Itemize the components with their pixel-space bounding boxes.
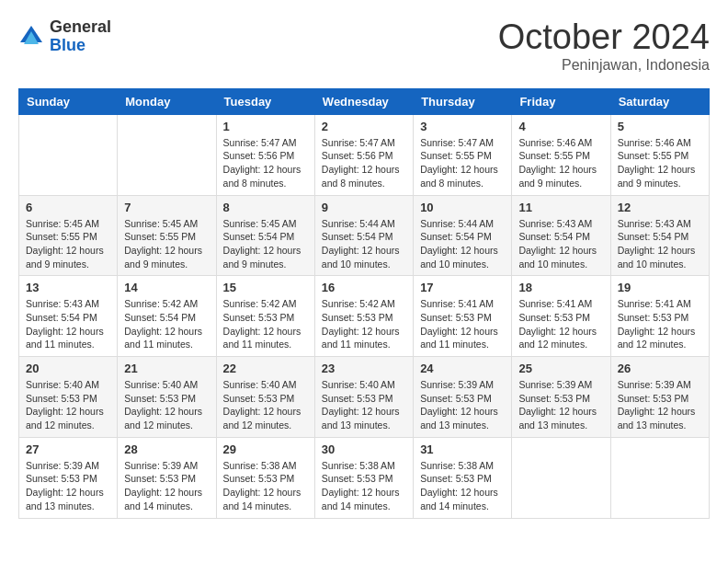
calendar-cell: 27Sunrise: 5:39 AM Sunset: 5:53 PM Dayli… [19,437,118,518]
day-number: 12 [618,201,702,214]
cell-content: Sunrise: 5:43 AM Sunset: 5:54 PM Dayligh… [518,217,603,271]
calendar-cell: 16Sunrise: 5:42 AM Sunset: 5:53 PM Dayli… [314,276,413,357]
month-title: October 2024 [498,18,710,57]
day-number: 26 [618,362,702,375]
day-number: 31 [420,442,505,456]
calendar-cell: 28Sunrise: 5:39 AM Sunset: 5:53 PM Dayli… [118,437,216,518]
day-number: 11 [518,201,603,214]
calendar-cell: 24Sunrise: 5:39 AM Sunset: 5:53 PM Dayli… [414,357,512,438]
day-number: 15 [223,281,308,294]
day-number: 25 [518,362,603,375]
cell-content: Sunrise: 5:44 AM Sunset: 5:54 PM Dayligh… [420,217,505,271]
calendar-cell: 12Sunrise: 5:43 AM Sunset: 5:54 PM Dayli… [610,195,709,276]
column-header-thursday: Thursday [414,88,512,114]
day-number: 13 [26,281,110,294]
day-number: 9 [322,201,406,214]
day-number: 20 [26,362,110,375]
day-number: 7 [124,201,209,214]
cell-content: Sunrise: 5:40 AM Sunset: 5:53 PM Dayligh… [124,378,209,432]
logo-text: General Blue [50,18,111,55]
calendar-cell: 14Sunrise: 5:42 AM Sunset: 5:54 PM Dayli… [118,276,216,357]
cell-content: Sunrise: 5:46 AM Sunset: 5:55 PM Dayligh… [518,136,603,190]
cell-content: Sunrise: 5:42 AM Sunset: 5:53 PM Dayligh… [322,297,406,351]
cell-content: Sunrise: 5:46 AM Sunset: 5:55 PM Dayligh… [618,136,702,190]
day-number: 14 [124,281,209,294]
calendar-cell: 17Sunrise: 5:41 AM Sunset: 5:53 PM Dayli… [414,276,512,357]
day-number: 18 [518,281,603,294]
day-number: 17 [420,281,505,294]
cell-content: Sunrise: 5:41 AM Sunset: 5:53 PM Dayligh… [420,297,505,351]
cell-content: Sunrise: 5:45 AM Sunset: 5:54 PM Dayligh… [223,217,308,271]
calendar-cell: 9Sunrise: 5:44 AM Sunset: 5:54 PM Daylig… [314,195,413,276]
day-number: 3 [420,120,505,133]
day-number: 30 [322,442,406,456]
day-number: 8 [223,201,308,214]
day-number: 4 [518,120,603,133]
cell-content: Sunrise: 5:44 AM Sunset: 5:54 PM Dayligh… [322,217,406,271]
calendar-cell [610,437,709,518]
calendar-cell: 13Sunrise: 5:43 AM Sunset: 5:54 PM Dayli… [19,276,118,357]
cell-content: Sunrise: 5:38 AM Sunset: 5:53 PM Dayligh… [420,459,505,513]
calendar-cell: 3Sunrise: 5:47 AM Sunset: 5:55 PM Daylig… [414,114,512,195]
calendar-cell: 15Sunrise: 5:42 AM Sunset: 5:53 PM Dayli… [216,276,314,357]
calendar-cell: 23Sunrise: 5:40 AM Sunset: 5:53 PM Dayli… [314,357,413,438]
cell-content: Sunrise: 5:39 AM Sunset: 5:53 PM Dayligh… [518,378,603,432]
calendar-cell: 10Sunrise: 5:44 AM Sunset: 5:54 PM Dayli… [414,195,512,276]
day-number: 2 [322,120,406,133]
calendar-header-row: SundayMondayTuesdayWednesdayThursdayFrid… [19,88,710,114]
day-number: 27 [26,442,110,456]
day-number: 24 [420,362,505,375]
cell-content: Sunrise: 5:39 AM Sunset: 5:53 PM Dayligh… [26,459,110,513]
calendar-cell [118,114,216,195]
calendar-cell: 31Sunrise: 5:38 AM Sunset: 5:53 PM Dayli… [414,437,512,518]
cell-content: Sunrise: 5:38 AM Sunset: 5:53 PM Dayligh… [223,459,308,513]
day-number: 19 [618,281,702,294]
day-number: 22 [223,362,308,375]
calendar-cell: 4Sunrise: 5:46 AM Sunset: 5:55 PM Daylig… [512,114,610,195]
calendar-cell: 20Sunrise: 5:40 AM Sunset: 5:53 PM Dayli… [19,357,118,438]
cell-content: Sunrise: 5:40 AM Sunset: 5:53 PM Dayligh… [322,378,406,432]
calendar-cell: 30Sunrise: 5:38 AM Sunset: 5:53 PM Dayli… [314,437,413,518]
logo-icon [18,24,44,50]
calendar-cell: 1Sunrise: 5:47 AM Sunset: 5:56 PM Daylig… [216,114,314,195]
cell-content: Sunrise: 5:40 AM Sunset: 5:53 PM Dayligh… [26,378,110,432]
calendar-week-row: 20Sunrise: 5:40 AM Sunset: 5:53 PM Dayli… [19,357,710,438]
calendar-cell: 7Sunrise: 5:45 AM Sunset: 5:55 PM Daylig… [118,195,216,276]
cell-content: Sunrise: 5:45 AM Sunset: 5:55 PM Dayligh… [124,217,209,271]
calendar-cell: 5Sunrise: 5:46 AM Sunset: 5:55 PM Daylig… [610,114,709,195]
logo-general: General [50,18,111,37]
day-number: 16 [322,281,406,294]
calendar-cell [19,114,118,195]
day-number: 23 [322,362,406,375]
cell-content: Sunrise: 5:43 AM Sunset: 5:54 PM Dayligh… [618,217,702,271]
logo-blue-text: Blue [50,37,111,55]
column-header-monday: Monday [118,88,216,114]
cell-content: Sunrise: 5:41 AM Sunset: 5:53 PM Dayligh… [518,297,603,351]
cell-content: Sunrise: 5:47 AM Sunset: 5:56 PM Dayligh… [223,136,308,190]
column-header-wednesday: Wednesday [314,88,413,114]
calendar-cell [512,437,610,518]
day-number: 10 [420,201,505,214]
calendar-cell: 8Sunrise: 5:45 AM Sunset: 5:54 PM Daylig… [216,195,314,276]
cell-content: Sunrise: 5:45 AM Sunset: 5:55 PM Dayligh… [26,217,110,271]
cell-content: Sunrise: 5:39 AM Sunset: 5:53 PM Dayligh… [124,459,209,513]
calendar-cell: 22Sunrise: 5:40 AM Sunset: 5:53 PM Dayli… [216,357,314,438]
calendar-cell: 21Sunrise: 5:40 AM Sunset: 5:53 PM Dayli… [118,357,216,438]
calendar-cell: 11Sunrise: 5:43 AM Sunset: 5:54 PM Dayli… [512,195,610,276]
cell-content: Sunrise: 5:39 AM Sunset: 5:53 PM Dayligh… [420,378,505,432]
day-number: 28 [124,442,209,456]
cell-content: Sunrise: 5:39 AM Sunset: 5:53 PM Dayligh… [618,378,702,432]
cell-content: Sunrise: 5:41 AM Sunset: 5:53 PM Dayligh… [618,297,702,351]
day-number: 1 [223,120,308,133]
column-header-saturday: Saturday [610,88,709,114]
calendar-week-row: 1Sunrise: 5:47 AM Sunset: 5:56 PM Daylig… [19,114,710,195]
cell-content: Sunrise: 5:38 AM Sunset: 5:53 PM Dayligh… [322,459,406,513]
cell-content: Sunrise: 5:47 AM Sunset: 5:55 PM Dayligh… [420,136,505,190]
cell-content: Sunrise: 5:40 AM Sunset: 5:53 PM Dayligh… [223,378,308,432]
day-number: 6 [26,201,110,214]
calendar-cell: 19Sunrise: 5:41 AM Sunset: 5:53 PM Dayli… [610,276,709,357]
calendar-week-row: 13Sunrise: 5:43 AM Sunset: 5:54 PM Dayli… [19,276,710,357]
cell-content: Sunrise: 5:43 AM Sunset: 5:54 PM Dayligh… [26,297,110,351]
column-header-friday: Friday [512,88,610,114]
column-header-sunday: Sunday [19,88,118,114]
